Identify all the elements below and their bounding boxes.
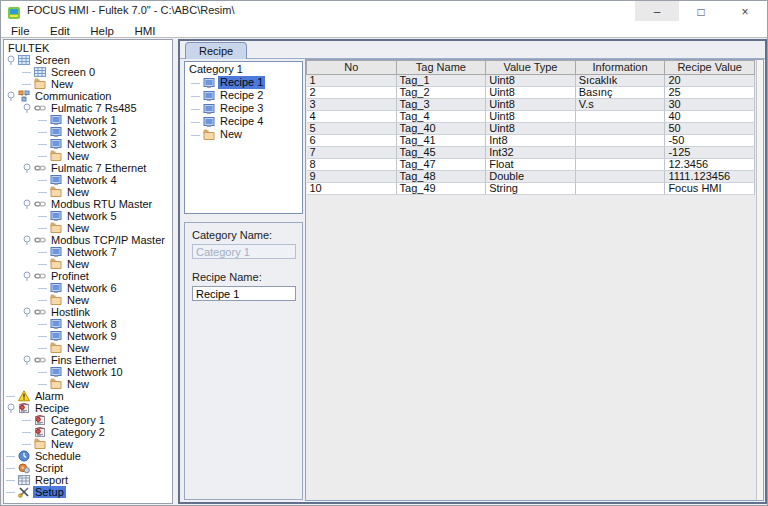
column-header-recipe-value[interactable]: Recipe Value xyxy=(665,61,755,75)
expand-handle-icon[interactable] xyxy=(22,354,34,366)
tree-item-new[interactable]: New xyxy=(4,258,172,270)
expand-handle-icon[interactable] xyxy=(22,102,34,114)
maximize-button[interactable]: □ xyxy=(679,1,723,23)
tree-item-fulmatic-7-rs485[interactable]: Fulmatic 7 Rs485 xyxy=(4,102,172,114)
table-cell[interactable]: 3 xyxy=(307,99,397,111)
tree-item-modbus-rtu-master[interactable]: Modbus RTU Master xyxy=(4,198,172,210)
tree-item-network-10[interactable]: Network 10 xyxy=(4,366,172,378)
table-cell[interactable]: 1111.123456 xyxy=(665,171,755,183)
category-tree-item-recipe-1[interactable]: Recipe 1 xyxy=(185,76,302,89)
table-cell[interactable]: Tag_2 xyxy=(396,87,486,99)
table-cell[interactable]: 30 xyxy=(665,99,755,111)
category-tree-item-recipe-2[interactable]: Recipe 2 xyxy=(185,89,302,102)
table-cell[interactable]: Tag_3 xyxy=(396,99,486,111)
table-cell[interactable]: Tag_4 xyxy=(396,111,486,123)
table-cell[interactable]: 50 xyxy=(665,123,755,135)
column-header-information[interactable]: Information xyxy=(575,61,665,75)
tree-item-new[interactable]: New xyxy=(4,294,172,306)
tree-item-network-5[interactable]: Network 5 xyxy=(4,210,172,222)
table-cell[interactable]: 6 xyxy=(307,135,397,147)
tree-item-modbus-tcp-ip-master[interactable]: Modbus TCP/IP Master xyxy=(4,234,172,246)
recipe-name-input[interactable] xyxy=(192,286,296,301)
table-cell[interactable] xyxy=(575,159,665,171)
expand-handle-icon[interactable] xyxy=(6,90,18,102)
vertical-scrollbar[interactable] xyxy=(756,60,763,500)
table-cell[interactable]: 7 xyxy=(307,147,397,159)
tree-item-setup[interactable]: Setup xyxy=(4,486,172,498)
table-cell[interactable]: String xyxy=(486,183,576,195)
table-cell[interactable] xyxy=(575,147,665,159)
table-cell[interactable]: -50 xyxy=(665,135,755,147)
table-cell[interactable]: Uint8 xyxy=(486,99,576,111)
tree-item-new[interactable]: New xyxy=(4,186,172,198)
tree-item-hostlink[interactable]: Hostlink xyxy=(4,306,172,318)
category-tree-item-recipe-4[interactable]: Recipe 4 xyxy=(185,115,302,128)
table-cell[interactable] xyxy=(575,171,665,183)
table-cell[interactable]: Tag_40 xyxy=(396,123,486,135)
tree-item-category-2[interactable]: Category 2 xyxy=(4,426,172,438)
table-cell[interactable]: Uint8 xyxy=(486,75,576,87)
expand-handle-icon[interactable] xyxy=(22,198,34,210)
expand-handle-icon[interactable] xyxy=(6,54,18,66)
table-cell[interactable]: Float xyxy=(486,159,576,171)
category-tree-item-new[interactable]: New xyxy=(185,128,302,141)
tree-item-screen-0[interactable]: Screen 0 xyxy=(4,66,172,78)
minimize-button[interactable]: – xyxy=(635,1,679,23)
category-tree-item-recipe-3[interactable]: Recipe 3 xyxy=(185,102,302,115)
table-cell[interactable]: Focus HMI xyxy=(665,183,755,195)
tree-item-schedule[interactable]: Schedule xyxy=(4,450,172,462)
table-cell[interactable]: 25 xyxy=(665,87,755,99)
expand-handle-icon[interactable] xyxy=(22,162,34,174)
tree-item-network-9[interactable]: Network 9 xyxy=(4,330,172,342)
tree-item-communication[interactable]: Communication xyxy=(4,90,172,102)
tree-item-new[interactable]: New xyxy=(4,438,172,450)
table-cell[interactable] xyxy=(575,135,665,147)
tree-item-recipe[interactable]: Recipe xyxy=(4,402,172,414)
table-cell[interactable]: Basınç xyxy=(575,87,665,99)
table-cell[interactable]: Sıcaklık xyxy=(575,75,665,87)
tree-item-script[interactable]: Script xyxy=(4,462,172,474)
tree-item-fulmatic-7-ethernet[interactable]: Fulmatic 7 Ethernet xyxy=(4,162,172,174)
tree-item-category-1[interactable]: Category 1 xyxy=(4,414,172,426)
close-button[interactable]: × xyxy=(723,1,767,23)
tree-item-fins-ethernet[interactable]: Fins Ethernet xyxy=(4,354,172,366)
table-cell[interactable]: Tag_1 xyxy=(396,75,486,87)
table-cell[interactable]: 10 xyxy=(307,183,397,195)
tree-item-network-3[interactable]: Network 3 xyxy=(4,138,172,150)
menu-file[interactable]: File xyxy=(3,23,38,37)
menu-edit[interactable]: Edit xyxy=(42,23,78,37)
table-cell[interactable]: 9 xyxy=(307,171,397,183)
tree-item-new[interactable]: New xyxy=(4,78,172,90)
tree-item-report[interactable]: Report xyxy=(4,474,172,486)
table-cell[interactable]: Int32 xyxy=(486,147,576,159)
expand-handle-icon[interactable] xyxy=(6,402,18,414)
table-cell[interactable] xyxy=(575,111,665,123)
table-cell[interactable]: 40 xyxy=(665,111,755,123)
table-cell[interactable]: 12.3456 xyxy=(665,159,755,171)
table-cell[interactable]: 8 xyxy=(307,159,397,171)
category-tree-root[interactable]: Category 1 xyxy=(185,63,302,76)
tree-item-new[interactable]: New xyxy=(4,342,172,354)
column-header-value-type[interactable]: Value Type xyxy=(486,61,576,75)
tree-item-network-8[interactable]: Network 8 xyxy=(4,318,172,330)
table-cell[interactable]: 1 xyxy=(307,75,397,87)
table-cell[interactable]: Tag_47 xyxy=(396,159,486,171)
tree-item-network-6[interactable]: Network 6 xyxy=(4,282,172,294)
table-cell[interactable]: Double xyxy=(486,171,576,183)
table-cell[interactable]: Uint8 xyxy=(486,123,576,135)
table-cell[interactable]: 4 xyxy=(307,111,397,123)
table-cell[interactable]: Uint8 xyxy=(486,111,576,123)
tree-item-fultek[interactable]: FULTEK xyxy=(4,42,172,54)
tree-item-network-7[interactable]: Network 7 xyxy=(4,246,172,258)
menu-hmi[interactable]: HMI xyxy=(126,23,163,37)
table-cell[interactable] xyxy=(575,183,665,195)
tree-item-network-2[interactable]: Network 2 xyxy=(4,126,172,138)
column-header-no[interactable]: No xyxy=(307,61,397,75)
tree-item-network-4[interactable]: Network 4 xyxy=(4,174,172,186)
table-cell[interactable]: Tag_49 xyxy=(396,183,486,195)
tree-item-screen[interactable]: Screen xyxy=(4,54,172,66)
table-cell[interactable]: V.s xyxy=(575,99,665,111)
expand-handle-icon[interactable] xyxy=(22,234,34,246)
tree-item-alarm[interactable]: Alarm xyxy=(4,390,172,402)
tree-item-new[interactable]: New xyxy=(4,150,172,162)
